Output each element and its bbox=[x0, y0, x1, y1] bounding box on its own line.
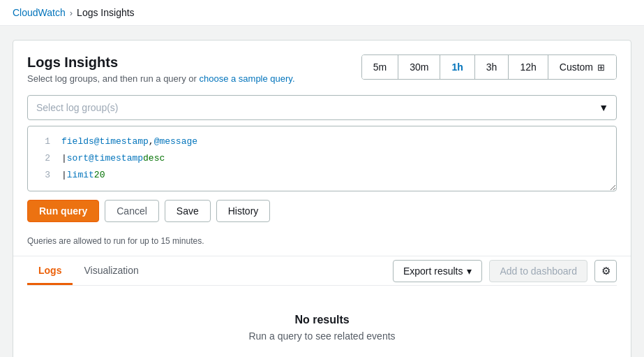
query-note: Queries are allowed to run for up to 15 … bbox=[27, 236, 617, 256]
page-card: Logs Insights Select log groups, and the… bbox=[13, 40, 631, 357]
time-range-bar: 5m 30m 1h 3h 12h Custom ⊞ bbox=[361, 54, 617, 80]
tabs-right: Export results ▾ Add to dashboard ⚙ bbox=[393, 260, 617, 282]
gear-icon: ⚙ bbox=[601, 265, 611, 277]
breadcrumb-cloudwatch-link[interactable]: CloudWatch bbox=[13, 7, 66, 18]
code-line-2: 2 | sort @timestamp desc bbox=[28, 150, 616, 167]
code-line-1: 1 fields @timestamp, @message bbox=[28, 133, 616, 150]
settings-gear-button[interactable]: ⚙ bbox=[594, 260, 617, 282]
page-title: Logs Insights bbox=[27, 54, 295, 71]
sample-query-link[interactable]: choose a sample query. bbox=[199, 73, 294, 84]
tab-logs[interactable]: Logs bbox=[27, 256, 73, 285]
kw-fields: fields bbox=[61, 134, 94, 150]
page-subtitle: Select log groups, and then run a query … bbox=[27, 73, 295, 84]
line-num-1: 1 bbox=[36, 134, 50, 150]
header-row: Logs Insights Select log groups, and the… bbox=[27, 54, 617, 84]
calendar-icon: ⊞ bbox=[597, 62, 605, 73]
history-button[interactable]: History bbox=[216, 200, 271, 222]
time-btn-5m[interactable]: 5m bbox=[362, 55, 398, 79]
time-btn-30m[interactable]: 30m bbox=[398, 55, 440, 79]
cancel-button[interactable]: Cancel bbox=[105, 200, 159, 222]
save-button[interactable]: Save bbox=[165, 200, 211, 222]
time-btn-custom[interactable]: Custom ⊞ bbox=[548, 55, 616, 79]
no-results-subtitle: Run a query to see related events bbox=[41, 330, 603, 342]
results-area: No results Run a query to see related ev… bbox=[27, 286, 617, 357]
line-num-2: 2 bbox=[36, 151, 50, 166]
log-group-select[interactable]: Select log group(s) bbox=[27, 95, 617, 120]
log-group-select-row: Select log group(s) ▼ bbox=[27, 95, 617, 120]
export-results-button[interactable]: Export results ▾ bbox=[393, 260, 483, 282]
export-results-label: Export results bbox=[403, 265, 463, 277]
tabs-row: Logs Visualization Export results ▾ Add … bbox=[27, 256, 617, 286]
code-editor[interactable]: 1 fields @timestamp, @message 2 | sort @… bbox=[27, 126, 617, 191]
breadcrumb-current-page: Logs Insights bbox=[77, 7, 135, 18]
breadcrumb-separator: › bbox=[70, 8, 73, 18]
tab-visualization[interactable]: Visualization bbox=[73, 256, 149, 285]
log-group-select-wrapper: Select log group(s) ▼ bbox=[27, 95, 617, 120]
custom-label: Custom bbox=[560, 61, 593, 73]
code-line-3: 3 | limit 20 bbox=[28, 167, 616, 184]
run-query-button[interactable]: Run query bbox=[27, 200, 99, 222]
time-btn-3h[interactable]: 3h bbox=[475, 55, 509, 79]
title-block: Logs Insights Select log groups, and the… bbox=[27, 54, 295, 84]
line-num-3: 3 bbox=[36, 168, 50, 183]
time-btn-12h[interactable]: 12h bbox=[509, 55, 548, 79]
no-results-title: No results bbox=[41, 314, 603, 326]
tabs-results-section: Logs Visualization Export results ▾ Add … bbox=[27, 256, 617, 357]
tabs-left: Logs Visualization bbox=[27, 256, 150, 285]
time-btn-1h[interactable]: 1h bbox=[440, 55, 474, 79]
main-content: Logs Insights Select log groups, and the… bbox=[0, 26, 644, 357]
export-caret-icon: ▾ bbox=[467, 265, 472, 277]
subtitle-text: Select log groups, and then run a query … bbox=[27, 73, 197, 84]
breadcrumb: CloudWatch › Logs Insights bbox=[0, 0, 644, 26]
add-to-dashboard-button[interactable]: Add to dashboard bbox=[489, 260, 587, 282]
actions-row: Run query Cancel Save History bbox=[27, 200, 617, 233]
